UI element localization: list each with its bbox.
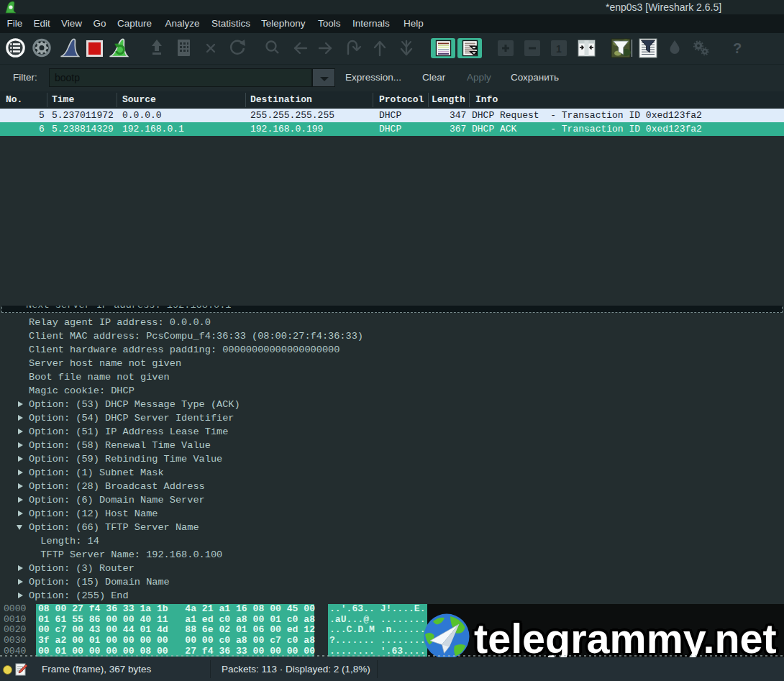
svg-text:?: ?: [733, 40, 742, 56]
svg-text:1: 1: [556, 43, 562, 55]
